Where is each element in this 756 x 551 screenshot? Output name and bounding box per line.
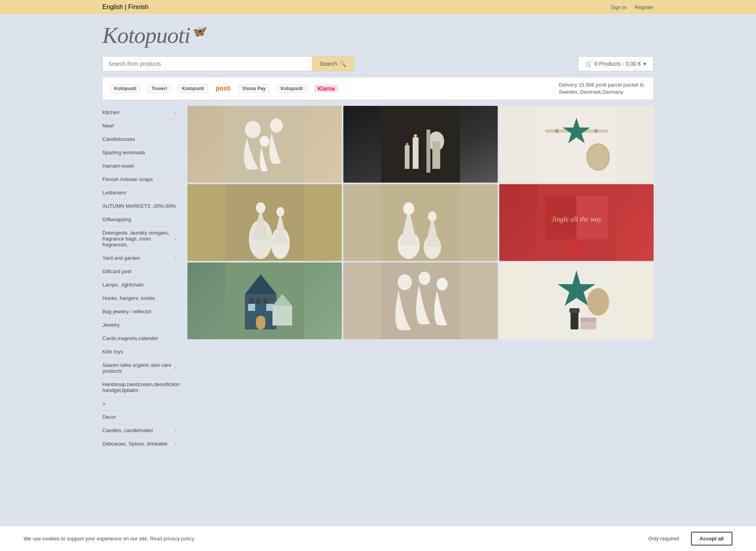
sidebar-label-giftcard: Giftcard post xyxy=(102,268,132,274)
svg-rect-36 xyxy=(545,196,576,239)
payment-logo-vismapay: Visma Pay xyxy=(239,84,269,93)
svg-marker-17 xyxy=(563,118,590,143)
chevron-right-icon: › xyxy=(175,110,176,115)
sidebar-label-saaren: Saaren taika organic skin care products xyxy=(102,362,175,374)
svg-point-16 xyxy=(594,129,598,133)
language-selector[interactable]: English | Finnish xyxy=(102,4,148,11)
sidebar-item-candles[interactable]: Candles, candleholder › xyxy=(102,424,181,437)
svg-point-10 xyxy=(414,134,417,137)
svg-point-7 xyxy=(428,131,444,151)
sidebar-label-jewelry: Jewelry xyxy=(102,322,120,328)
search-section: Search 🔍 🛒 0 Products - 0,00 € ▾ xyxy=(0,52,756,77)
sidebar-item-decor[interactable]: Decor xyxy=(102,410,181,424)
svg-rect-57 xyxy=(571,310,578,329)
sidebar-label-giftwrapping: Giftwrapping xyxy=(102,216,131,222)
grid-cell-house[interactable] xyxy=(187,263,342,339)
svg-marker-41 xyxy=(245,274,276,294)
sidebar-label-cards: Cards,magnets,calender xyxy=(102,335,158,341)
lang-finnish[interactable]: Finnish xyxy=(128,4,149,10)
payment-logo-1: Kotopuoti xyxy=(111,84,140,93)
sidebar-item-bag-jewelry[interactable]: Bag jewelry / reflector xyxy=(102,305,181,318)
svg-rect-46 xyxy=(248,304,255,311)
search-button[interactable]: Search 🔍 xyxy=(312,57,354,71)
svg-text:Jingle all the way: Jingle all the way xyxy=(551,215,601,223)
svg-point-18 xyxy=(586,143,610,171)
payment-logo-4: Kotopuoti xyxy=(277,84,307,93)
sidebar-item-cards[interactable]: Cards,magnets,calender xyxy=(102,332,181,345)
sidebar-label-kids: Kids toys xyxy=(102,349,123,355)
svg-rect-6 xyxy=(405,145,410,169)
sidebar-item-soaps[interactable]: Finnish Artesan soaps xyxy=(102,173,181,186)
svg-rect-60 xyxy=(580,318,596,322)
sidebar-item-handsoap[interactable]: Handsoap,handcream,desinfiction handgel,… xyxy=(102,378,181,397)
sidebar-item-autumn[interactable]: AUTUMN MARKETS -20%-50% xyxy=(102,200,181,213)
grid-cell-star-decor[interactable] xyxy=(499,263,654,339)
lang-english[interactable]: English xyxy=(102,4,123,10)
product-image-grid: Jingle all the way xyxy=(187,106,654,451)
sidebar-item-detergents[interactable]: Detergents, laundry vinegars, fragrance … xyxy=(102,226,181,251)
cart-label: 0 Products - 0,00 € xyxy=(595,61,641,67)
grid-cell-hooks-wall[interactable] xyxy=(499,106,654,183)
sidebar-item-kitchen[interactable]: Kitchen › xyxy=(102,106,181,119)
svg-rect-4 xyxy=(381,106,460,183)
sidebar-label-hooks: Hooks, hangers, knobs xyxy=(102,295,155,301)
sidebar-item-jewelry[interactable]: Jewelry xyxy=(102,318,181,332)
grid-cell-pillow[interactable]: Jingle all the way xyxy=(499,184,654,261)
svg-rect-58 xyxy=(569,308,580,313)
svg-rect-12 xyxy=(537,106,616,183)
svg-rect-59 xyxy=(580,318,596,329)
svg-point-56 xyxy=(587,288,609,316)
register-link[interactable]: Register xyxy=(635,4,654,10)
sidebar: Kitchen › New! Candlehouses Sparling lem… xyxy=(102,106,181,451)
svg-point-1 xyxy=(245,121,261,138)
svg-marker-25 xyxy=(273,212,287,243)
svg-rect-8 xyxy=(432,141,440,169)
sidebar-label-decor: Decor xyxy=(102,414,116,420)
sidebar-item-new[interactable]: New! xyxy=(102,119,181,133)
svg-marker-29 xyxy=(400,208,417,245)
svg-rect-5 xyxy=(413,137,419,169)
sidebar-item-candlehouses[interactable]: Candlehouses xyxy=(102,133,181,146)
sidebar-label-candles: Candles, candleholder xyxy=(102,427,153,433)
svg-point-38 xyxy=(571,241,582,253)
header: Kotopuoti🦋 xyxy=(0,14,756,52)
sidebar-item-giftwrapping[interactable]: Giftwrapping xyxy=(102,213,181,226)
sidebar-item-lamps[interactable]: Lamps, ,lightchain xyxy=(102,278,181,292)
sidebar-item-more[interactable]: > xyxy=(102,397,181,410)
signin-link[interactable]: Sign In xyxy=(611,4,626,10)
logo-text: Kotopuoti🦋 xyxy=(102,22,205,48)
sidebar-item-ledlanters[interactable]: Ledlanters xyxy=(102,186,181,200)
svg-point-23 xyxy=(256,202,265,213)
logo[interactable]: Kotopuoti🦋 xyxy=(102,22,205,48)
payment-bar: Kotopuoti Treveri Kotopuoti posti Visma … xyxy=(102,77,654,100)
sidebar-label-more: > xyxy=(102,401,106,407)
sidebar-item-sparling[interactable]: Sparling lemonade xyxy=(102,146,181,159)
sidebar-item-kids[interactable]: Kids toys xyxy=(102,345,181,359)
payment-logo-3: Kotopuoti xyxy=(178,84,208,93)
grid-cell-gnomes2[interactable] xyxy=(343,184,498,261)
svg-point-31 xyxy=(424,235,441,259)
chevron-right-icon-2: › xyxy=(175,236,176,242)
cart-icon: 🛒 xyxy=(586,61,592,67)
grid-cell-candles-dark[interactable] xyxy=(343,106,498,183)
grid-cell-figurines[interactable] xyxy=(343,263,498,339)
svg-point-24 xyxy=(271,227,290,259)
delivery-info: Delivery 15.90€ posti parcel packet to S… xyxy=(559,81,645,96)
sidebar-label-kitchen: Kitchen xyxy=(102,109,119,115)
grid-cell-gnomes-bottom[interactable] xyxy=(187,184,342,261)
sidebar-label-yard: Yard and garden xyxy=(102,255,140,261)
sidebar-item-delicacies[interactable]: Delicacies, Spices, drinkable › xyxy=(102,437,181,451)
payment-logo-2: Treveri xyxy=(148,84,170,93)
sidebar-item-saaren[interactable]: Saaren taika organic skin care products … xyxy=(102,359,181,378)
cart-button[interactable]: 🛒 0 Products - 0,00 € ▾ xyxy=(578,56,654,71)
sidebar-item-giftcard[interactable]: Giftcard post xyxy=(102,265,181,278)
sidebar-item-yard[interactable]: Yard and garden › xyxy=(102,251,181,265)
sidebar-item-hamam[interactable]: Hamam-towel xyxy=(102,159,181,173)
search-input[interactable] xyxy=(103,57,312,71)
grid-cell-angels[interactable] xyxy=(187,106,342,183)
sidebar-item-hooks[interactable]: Hooks, hangers, knobs xyxy=(102,292,181,305)
search-icon: 🔍 xyxy=(339,61,346,67)
svg-rect-47 xyxy=(266,304,273,311)
sidebar-label-delicacies: Delicacies, Spices, drinkable xyxy=(102,441,167,447)
svg-point-11 xyxy=(406,143,408,145)
